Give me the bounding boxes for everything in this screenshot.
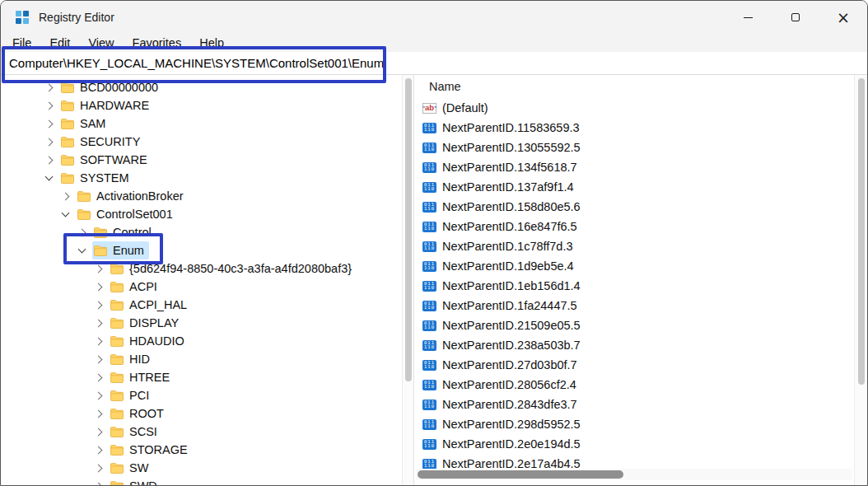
value-row-nextparentid-2843dfe3-7[interactable]: 011110NextParentID.2843dfe3.7 <box>422 395 854 414</box>
menu-item-edit[interactable]: Edit <box>40 36 79 49</box>
tree-item-hdaudio[interactable]: HDAUDIO <box>1 332 402 350</box>
chevron-right-icon[interactable] <box>95 373 103 381</box>
chevron-right-icon[interactable] <box>95 428 103 436</box>
values-vertical-scrollbar[interactable] <box>854 75 867 485</box>
chevron-right-icon[interactable] <box>95 482 103 485</box>
tree-item-body[interactable]: ControlSet001 <box>76 205 178 223</box>
tree-item-body[interactable]: SYSTEM <box>59 169 134 187</box>
tree-item-body[interactable]: Enum <box>92 241 149 259</box>
chevron-right-icon[interactable] <box>62 192 70 200</box>
values-scrollbar-thumb[interactable] <box>858 78 865 385</box>
tree-item-body[interactable]: HARDWARE <box>59 96 154 114</box>
chevron-right-icon[interactable] <box>45 83 54 91</box>
chevron-right-icon[interactable] <box>95 355 103 363</box>
tree-item-software[interactable]: SOFTWARE <box>1 151 402 169</box>
tree-item-body[interactable]: ACPI_HAL <box>109 296 192 314</box>
value-row-nextparentid-16e847f6-5[interactable]: 011110NextParentID.16e847f6.5 <box>422 217 854 236</box>
minimize-button[interactable] <box>724 1 772 34</box>
chevron-right-icon[interactable] <box>95 301 103 309</box>
value-row-nextparentid-21509e05-5[interactable]: 011110NextParentID.21509e05.5 <box>422 315 854 335</box>
tree-item-body[interactable]: ACPI <box>109 278 162 296</box>
chevron-right-icon[interactable] <box>95 337 103 345</box>
value-row-nextparentid-27d03b0f-7[interactable]: 011110NextParentID.27d03b0f.7 <box>422 355 854 375</box>
tree-item-sam[interactable]: SAM <box>1 114 402 133</box>
tree-item-body[interactable]: Control <box>92 223 156 241</box>
menu-item-favorites[interactable]: Favorites <box>124 36 191 49</box>
tree-item-body[interactable]: ROOT <box>109 404 169 423</box>
tree-item-hid[interactable]: HID <box>1 350 402 368</box>
tree-item-body[interactable]: BCD00000000 <box>59 78 163 96</box>
tree-item-controlset001[interactable]: ControlSet001 <box>1 205 402 223</box>
menu-item-file[interactable]: File <box>3 36 40 49</box>
value-row-nextparentid-13055592-5[interactable]: 011110NextParentID.13055592.5 <box>422 138 854 157</box>
tree-item-body[interactable]: HID <box>109 350 155 368</box>
value-row-nextparentid-1d9eb5e-4[interactable]: 011110NextParentID.1d9eb5e.4 <box>422 256 854 276</box>
tree-item-swd[interactable]: SWD <box>1 477 402 485</box>
tree-item-security[interactable]: SECURITY <box>1 133 402 151</box>
tree-item-display[interactable]: DISPLAY <box>1 314 402 332</box>
tree-item-body[interactable]: PCI <box>109 386 154 404</box>
tree-item-storage[interactable]: STORAGE <box>1 441 402 459</box>
value-row-nextparentid-137af9f1-4[interactable]: 011110NextParentID.137af9f1.4 <box>422 177 854 197</box>
tree-item-scsi[interactable]: SCSI <box>1 423 402 441</box>
value-row-nextparentid-298d5952-5[interactable]: 011110NextParentID.298d5952.5 <box>422 414 854 434</box>
tree-item-body[interactable]: {5d624f94-8850-40c3-a3fa-a4fd2080baf3} <box>109 259 357 278</box>
chevron-right-icon[interactable] <box>95 446 103 454</box>
tree-item-sw[interactable]: SW <box>1 459 402 477</box>
tree-item-body[interactable]: DISPLAY <box>109 314 184 332</box>
tree-item-root[interactable]: ROOT <box>1 404 402 423</box>
tree-item-acpi-hal[interactable]: ACPI_HAL <box>1 296 402 314</box>
horizontal-scrollbar-thumb[interactable] <box>418 470 623 479</box>
value-row-nextparentid-1eb156d1-4[interactable]: 011110NextParentID.1eb156d1.4 <box>422 276 854 296</box>
value-row-nextparentid-11583659-3[interactable]: 011110NextParentID.11583659.3 <box>422 118 854 138</box>
chevron-right-icon[interactable] <box>95 409 103 418</box>
address-input[interactable] <box>1 52 867 74</box>
value-row-nextparentid-158d80e5-6[interactable]: 011110NextParentID.158d80e5.6 <box>422 197 854 217</box>
value-row-nextparentid-28056cf2-4[interactable]: 011110NextParentID.28056cf2.4 <box>422 375 854 395</box>
tree-item-enum[interactable]: Enum <box>1 241 402 259</box>
tree-item-hardware[interactable]: HARDWARE <box>1 96 402 114</box>
close-button[interactable]: × <box>819 1 867 34</box>
chevron-right-icon[interactable] <box>45 119 54 128</box>
chevron-right-icon[interactable] <box>45 101 54 110</box>
chevron-right-icon[interactable] <box>95 264 103 273</box>
tree-item-body[interactable]: SWD <box>109 477 162 485</box>
tree-item-body[interactable]: HDAUDIO <box>109 332 189 350</box>
tree-item-5d624f94-8850-40c3-a3fa-a4fd2080baf3[interactable]: {5d624f94-8850-40c3-a3fa-a4fd2080baf3} <box>1 259 402 278</box>
name-column-header[interactable]: Name <box>422 75 854 98</box>
chevron-right-icon[interactable] <box>45 138 54 146</box>
chevron-down-icon[interactable] <box>45 173 54 181</box>
chevron-right-icon[interactable] <box>45 156 54 164</box>
maximize-button[interactable] <box>772 1 819 34</box>
tree-item-body[interactable]: SECURITY <box>59 133 145 151</box>
value-row-nextparentid-238a503b-7[interactable]: 011110NextParentID.238a503b.7 <box>422 335 854 355</box>
tree-item-body[interactable]: ActivationBroker <box>76 187 189 205</box>
chevron-right-icon[interactable] <box>78 228 86 236</box>
tree-item-pci[interactable]: PCI <box>1 386 402 404</box>
value-row-nextparentid-1fa24447-5[interactable]: 011110NextParentID.1fa24447.5 <box>422 296 854 315</box>
tree-scrollbar-thumb[interactable] <box>405 78 412 381</box>
tree-item-body[interactable]: SAM <box>59 114 110 133</box>
tree-vertical-scrollbar[interactable] <box>402 75 413 485</box>
values-horizontal-scrollbar[interactable] <box>416 469 852 480</box>
chevron-right-icon[interactable] <box>95 391 103 400</box>
tree-item-acpi[interactable]: ACPI <box>1 278 402 296</box>
tree-item-activationbroker[interactable]: ActivationBroker <box>1 187 402 205</box>
chevron-right-icon[interactable] <box>95 319 103 327</box>
tree-item-bcd00000000[interactable]: BCD00000000 <box>1 78 402 96</box>
tree-item-body[interactable]: SW <box>109 459 153 477</box>
menu-item-view[interactable]: View <box>79 36 123 49</box>
value-row-nextparentid-134f5618-7[interactable]: 011110NextParentID.134f5618.7 <box>422 157 854 177</box>
tree-item-body[interactable]: SOFTWARE <box>59 151 152 169</box>
tree-item-body[interactable]: HTREE <box>109 368 175 386</box>
chevron-down-icon[interactable] <box>78 245 86 254</box>
tree-item-body[interactable]: SCSI <box>109 423 162 441</box>
tree-item-body[interactable]: STORAGE <box>109 441 193 459</box>
value-row-default[interactable]: ab(Default) <box>422 98 854 118</box>
tree-item-htree[interactable]: HTREE <box>1 368 402 386</box>
tree-item-system[interactable]: SYSTEM <box>1 169 402 187</box>
menu-item-help[interactable]: Help <box>190 36 233 49</box>
value-row-nextparentid-2e0e194d-5[interactable]: 011110NextParentID.2e0e194d.5 <box>422 434 854 454</box>
value-row-nextparentid-1c78ff7d-3[interactable]: 011110NextParentID.1c78ff7d.3 <box>422 236 854 256</box>
chevron-right-icon[interactable] <box>95 283 103 291</box>
